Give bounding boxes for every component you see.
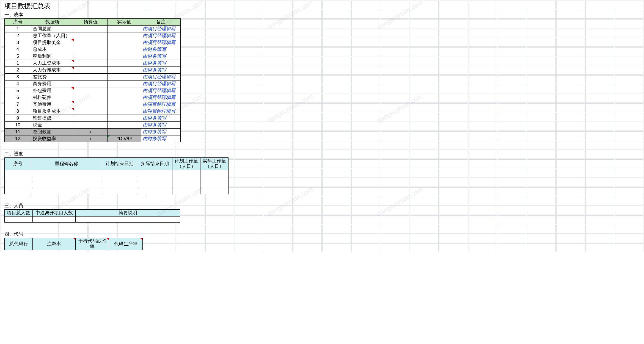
table-row[interactable]: 9销售提成由财务填写 [5, 115, 181, 122]
cell-item[interactable]: 合同总额 [31, 26, 74, 32]
cell-seq[interactable]: 3 [5, 74, 31, 81]
table-row[interactable]: 4商务费用由项目经理填写 [5, 81, 181, 87]
cell-remark[interactable]: 由项目经理填写 [141, 81, 181, 87]
table-row[interactable]: 1合同总额由项目经理填写 [5, 26, 181, 32]
table-row[interactable]: 1人力工资成本由财务填写 [5, 60, 181, 67]
cell-remark[interactable]: 由财务填写 [141, 67, 181, 74]
cell-budget[interactable] [74, 94, 108, 101]
cell-seq[interactable]: 9 [5, 115, 31, 122]
cell-item[interactable]: 投资收益率 [31, 135, 74, 142]
table-row[interactable]: 3项目提取奖金由项目经理填写 [5, 39, 181, 46]
table-row[interactable]: 2总工作量（人日）由项目经理填写 [5, 32, 181, 39]
cell-remark[interactable]: 由项目经理填写 [141, 87, 181, 94]
cell-seq[interactable]: 3 [5, 39, 31, 46]
cell-remark[interactable]: 由项目经理填写 [141, 74, 181, 81]
table-row[interactable]: 5外包费用由项目经理填写 [5, 87, 181, 94]
cell-budget[interactable] [74, 26, 108, 32]
cell-actual[interactable] [108, 101, 141, 108]
cell-budget[interactable] [74, 81, 108, 87]
cell-item[interactable]: 其他费用 [31, 101, 74, 108]
cell-remark[interactable]: 由项目经理填写 [141, 39, 181, 46]
cell-seq[interactable]: 10 [5, 122, 31, 129]
cell-remark[interactable]: 由项目经理填写 [141, 94, 181, 101]
cell-item[interactable]: 差旅费 [31, 74, 74, 81]
table-row[interactable]: 10税金由财务填写 [5, 122, 181, 129]
cell-actual[interactable] [108, 108, 141, 115]
cell-actual[interactable] [108, 60, 141, 67]
cell-actual[interactable] [108, 115, 141, 122]
cell-item[interactable]: 税金 [31, 122, 74, 129]
cell-budget[interactable] [74, 46, 108, 53]
table-row[interactable]: 5税后利润由财务填写 [5, 53, 181, 60]
cell-budget[interactable] [74, 108, 108, 115]
cell-budget[interactable] [74, 115, 108, 122]
cell-seq[interactable]: 5 [5, 87, 31, 94]
cell-remark[interactable]: 由财务填写 [141, 53, 181, 60]
cell-budget[interactable] [74, 39, 108, 46]
cell-budget[interactable] [74, 60, 108, 67]
cell-seq[interactable]: 7 [5, 101, 31, 108]
cell-actual[interactable] [108, 129, 141, 135]
cell-item[interactable]: 税后利润 [31, 53, 74, 60]
cell-budget[interactable] [74, 74, 108, 81]
cell-remark[interactable]: 由财务填写 [141, 46, 181, 53]
cell-seq[interactable]: 2 [5, 32, 31, 39]
table-row[interactable]: 8项目服务成本由项目经理填写 [5, 108, 181, 115]
table-row[interactable] [5, 170, 229, 176]
cell-actual[interactable] [108, 94, 141, 101]
cell-budget[interactable] [74, 87, 108, 94]
cell-seq[interactable]: 5 [5, 53, 31, 60]
table-row[interactable] [5, 217, 180, 223]
table-row[interactable] [5, 182, 229, 188]
cell-remark[interactable]: 由财务填写 [141, 115, 181, 122]
cell-item[interactable]: 项目提取奖金 [31, 39, 74, 46]
cell-remark[interactable]: 由项目经理填写 [141, 26, 181, 32]
cell-actual[interactable] [108, 87, 141, 94]
cell-actual[interactable] [108, 81, 141, 87]
cell-remark[interactable]: 由财务填写 [141, 135, 181, 142]
cell-item[interactable]: 总回款额 [31, 129, 74, 135]
cell-seq[interactable]: 4 [5, 81, 31, 87]
cell-item[interactable]: 外包费用 [31, 87, 74, 94]
cell-remark[interactable]: 由项目经理填写 [141, 32, 181, 39]
cell-seq[interactable]: 4 [5, 46, 31, 53]
cell-remark[interactable]: 由项目经理填写 [141, 108, 181, 115]
cell-remark[interactable]: 由财务填写 [141, 60, 181, 67]
cell-remark[interactable]: 由财务填写 [141, 129, 181, 135]
cell-actual[interactable] [108, 46, 141, 53]
table-row[interactable]: 4总成本由财务填写 [5, 46, 181, 53]
cell-seq[interactable]: 12 [5, 135, 31, 142]
cell-actual[interactable] [108, 67, 141, 74]
table-row[interactable]: 11总回款额/由财务填写 [5, 129, 181, 135]
table-row[interactable]: 7其他费用由项目经理填写 [5, 101, 181, 108]
cell-seq[interactable]: 1 [5, 26, 31, 32]
cell-item[interactable]: 材料硬件 [31, 94, 74, 101]
cell-budget[interactable] [74, 122, 108, 129]
cell-seq[interactable]: 2 [5, 67, 31, 74]
table-row[interactable] [5, 188, 229, 194]
cell-item[interactable]: 总工作量（人日） [31, 32, 74, 39]
cell-seq[interactable]: 11 [5, 129, 31, 135]
cell-remark[interactable]: 由财务填写 [141, 122, 181, 129]
cell-budget[interactable] [74, 67, 108, 74]
cell-budget[interactable]: / [74, 135, 108, 142]
cell-item[interactable]: 销售提成 [31, 115, 74, 122]
cell-seq[interactable]: 1 [5, 60, 31, 67]
table-row[interactable]: 12投资收益率/#DIV/0!由财务填写 [5, 135, 181, 142]
cell-budget[interactable] [74, 101, 108, 108]
cell-budget[interactable]: / [74, 129, 108, 135]
table-row[interactable]: 6材料硬件由项目经理填写 [5, 94, 181, 101]
cell-seq[interactable]: 8 [5, 108, 31, 115]
table-row[interactable] [5, 176, 229, 182]
cell-budget[interactable] [74, 32, 108, 39]
cell-item[interactable]: 总成本 [31, 46, 74, 53]
table-row[interactable]: 3差旅费由项目经理填写 [5, 74, 181, 81]
cell-remark[interactable]: 由项目经理填写 [141, 101, 181, 108]
cell-budget[interactable] [74, 53, 108, 60]
cell-item[interactable]: 人力工资成本 [31, 60, 74, 67]
cell-item[interactable]: 项目服务成本 [31, 108, 74, 115]
cell-seq[interactable]: 6 [5, 94, 31, 101]
cell-item[interactable]: 商务费用 [31, 81, 74, 87]
cell-actual[interactable] [108, 53, 141, 60]
table-row[interactable]: 2人力分摊成本由财务填写 [5, 67, 181, 74]
